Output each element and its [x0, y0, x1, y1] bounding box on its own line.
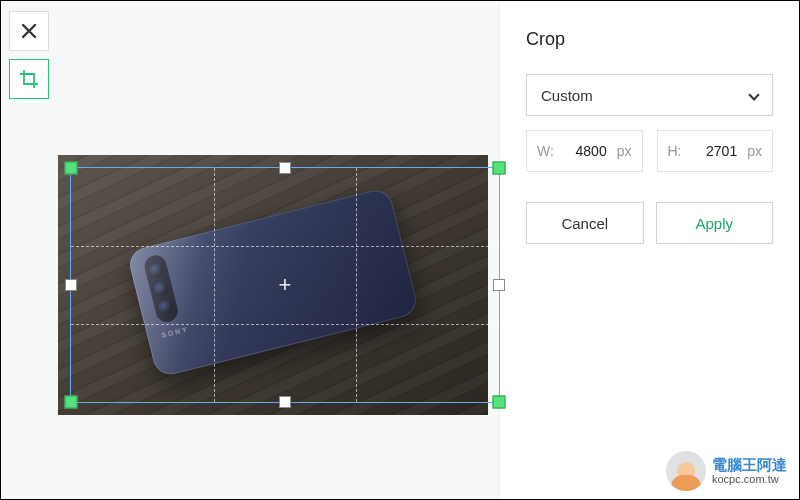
- image-wrap: SONY +: [58, 155, 488, 415]
- close-icon: [20, 22, 38, 40]
- crop-preset-select[interactable]: Custom: [526, 74, 773, 116]
- action-button-row: Cancel Apply: [526, 202, 773, 244]
- close-button[interactable]: [9, 11, 49, 51]
- camera-module: [142, 253, 180, 324]
- apply-button-label: Apply: [695, 215, 733, 232]
- photo-preview[interactable]: SONY: [58, 155, 488, 415]
- cancel-button[interactable]: Cancel: [526, 202, 644, 244]
- width-label: W:: [537, 143, 554, 159]
- watermark-url: kocpc.com.tw: [712, 473, 787, 485]
- crop-icon: [19, 69, 39, 89]
- chevron-down-icon: [748, 89, 759, 100]
- crop-tool-button[interactable]: [9, 59, 49, 99]
- cancel-button-label: Cancel: [561, 215, 608, 232]
- canvas-area[interactable]: SONY +: [57, 1, 499, 499]
- crop-preset-value: Custom: [541, 87, 593, 104]
- width-value: 4800: [560, 143, 611, 159]
- height-unit: px: [747, 143, 762, 159]
- crop-settings-panel: Crop Custom W: 4800 px H: 2701 px Cancel…: [499, 1, 799, 499]
- dimension-row: W: 4800 px H: 2701 px: [526, 130, 773, 172]
- apply-button[interactable]: Apply: [656, 202, 774, 244]
- width-unit: px: [617, 143, 632, 159]
- width-input[interactable]: W: 4800 px: [526, 130, 643, 172]
- editor-canvas-panel: SONY +: [1, 1, 499, 499]
- watermark: 電腦王阿達 kocpc.com.tw: [666, 451, 787, 491]
- height-value: 2701: [688, 143, 742, 159]
- toolbar: [1, 1, 57, 499]
- watermark-avatar-icon: [666, 451, 706, 491]
- watermark-title: 電腦王阿達: [712, 457, 787, 474]
- height-label: H:: [668, 143, 682, 159]
- height-input[interactable]: H: 2701 px: [657, 130, 774, 172]
- panel-title: Crop: [526, 29, 773, 50]
- phone-brand-label: SONY: [161, 325, 190, 339]
- phone-subject: SONY: [126, 187, 419, 378]
